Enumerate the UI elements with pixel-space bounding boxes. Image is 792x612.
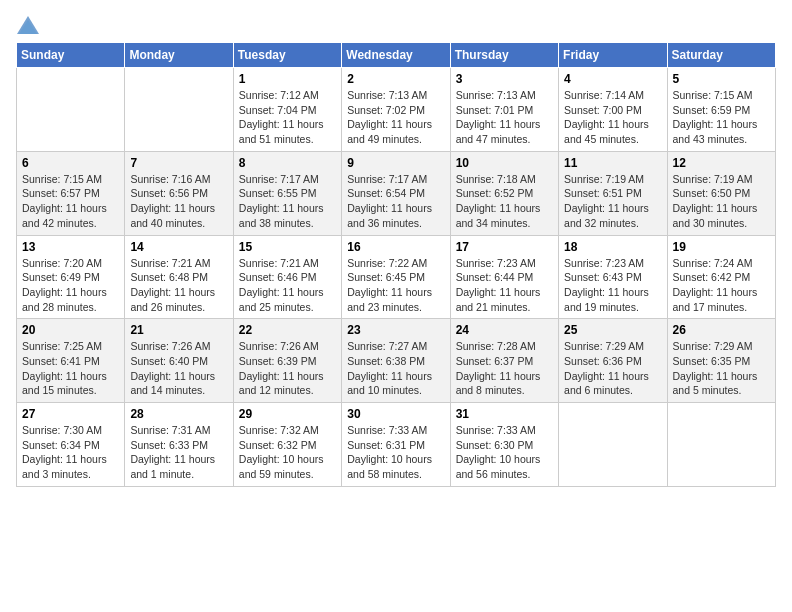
day-info: Sunrise: 7:17 AM Sunset: 6:55 PM Dayligh…: [239, 172, 336, 231]
calendar-cell: 27Sunrise: 7:30 AM Sunset: 6:34 PM Dayli…: [17, 403, 125, 487]
day-number: 7: [130, 156, 227, 170]
calendar-cell: 4Sunrise: 7:14 AM Sunset: 7:00 PM Daylig…: [559, 68, 667, 152]
day-info: Sunrise: 7:25 AM Sunset: 6:41 PM Dayligh…: [22, 339, 119, 398]
day-number: 9: [347, 156, 444, 170]
calendar-cell: 12Sunrise: 7:19 AM Sunset: 6:50 PM Dayli…: [667, 151, 775, 235]
calendar-cell: 17Sunrise: 7:23 AM Sunset: 6:44 PM Dayli…: [450, 235, 558, 319]
day-number: 16: [347, 240, 444, 254]
day-number: 21: [130, 323, 227, 337]
calendar-cell: 11Sunrise: 7:19 AM Sunset: 6:51 PM Dayli…: [559, 151, 667, 235]
day-info: Sunrise: 7:23 AM Sunset: 6:44 PM Dayligh…: [456, 256, 553, 315]
day-number: 28: [130, 407, 227, 421]
calendar-cell: 3Sunrise: 7:13 AM Sunset: 7:01 PM Daylig…: [450, 68, 558, 152]
calendar-cell: 15Sunrise: 7:21 AM Sunset: 6:46 PM Dayli…: [233, 235, 341, 319]
calendar-cell: [559, 403, 667, 487]
calendar-cell: 25Sunrise: 7:29 AM Sunset: 6:36 PM Dayli…: [559, 319, 667, 403]
calendar-cell: 31Sunrise: 7:33 AM Sunset: 6:30 PM Dayli…: [450, 403, 558, 487]
calendar-cell: 10Sunrise: 7:18 AM Sunset: 6:52 PM Dayli…: [450, 151, 558, 235]
day-info: Sunrise: 7:16 AM Sunset: 6:56 PM Dayligh…: [130, 172, 227, 231]
calendar-cell: 22Sunrise: 7:26 AM Sunset: 6:39 PM Dayli…: [233, 319, 341, 403]
calendar-cell: 7Sunrise: 7:16 AM Sunset: 6:56 PM Daylig…: [125, 151, 233, 235]
day-info: Sunrise: 7:29 AM Sunset: 6:35 PM Dayligh…: [673, 339, 770, 398]
calendar-cell: 19Sunrise: 7:24 AM Sunset: 6:42 PM Dayli…: [667, 235, 775, 319]
day-info: Sunrise: 7:14 AM Sunset: 7:00 PM Dayligh…: [564, 88, 661, 147]
calendar-cell: 26Sunrise: 7:29 AM Sunset: 6:35 PM Dayli…: [667, 319, 775, 403]
day-number: 23: [347, 323, 444, 337]
calendar-cell: 2Sunrise: 7:13 AM Sunset: 7:02 PM Daylig…: [342, 68, 450, 152]
day-info: Sunrise: 7:26 AM Sunset: 6:39 PM Dayligh…: [239, 339, 336, 398]
day-number: 2: [347, 72, 444, 86]
day-info: Sunrise: 7:24 AM Sunset: 6:42 PM Dayligh…: [673, 256, 770, 315]
calendar-header-row: SundayMondayTuesdayWednesdayThursdayFrid…: [17, 43, 776, 68]
calendar-cell: 5Sunrise: 7:15 AM Sunset: 6:59 PM Daylig…: [667, 68, 775, 152]
day-number: 20: [22, 323, 119, 337]
calendar-cell: 21Sunrise: 7:26 AM Sunset: 6:40 PM Dayli…: [125, 319, 233, 403]
calendar-cell: 29Sunrise: 7:32 AM Sunset: 6:32 PM Dayli…: [233, 403, 341, 487]
day-info: Sunrise: 7:26 AM Sunset: 6:40 PM Dayligh…: [130, 339, 227, 398]
calendar-cell: 16Sunrise: 7:22 AM Sunset: 6:45 PM Dayli…: [342, 235, 450, 319]
day-number: 18: [564, 240, 661, 254]
page-header: [16, 16, 776, 30]
calendar-cell: 23Sunrise: 7:27 AM Sunset: 6:38 PM Dayli…: [342, 319, 450, 403]
day-info: Sunrise: 7:21 AM Sunset: 6:46 PM Dayligh…: [239, 256, 336, 315]
day-info: Sunrise: 7:17 AM Sunset: 6:54 PM Dayligh…: [347, 172, 444, 231]
day-info: Sunrise: 7:19 AM Sunset: 6:51 PM Dayligh…: [564, 172, 661, 231]
calendar-week-row: 6Sunrise: 7:15 AM Sunset: 6:57 PM Daylig…: [17, 151, 776, 235]
calendar-week-row: 27Sunrise: 7:30 AM Sunset: 6:34 PM Dayli…: [17, 403, 776, 487]
calendar-header-wednesday: Wednesday: [342, 43, 450, 68]
day-number: 4: [564, 72, 661, 86]
calendar-cell: 30Sunrise: 7:33 AM Sunset: 6:31 PM Dayli…: [342, 403, 450, 487]
day-info: Sunrise: 7:28 AM Sunset: 6:37 PM Dayligh…: [456, 339, 553, 398]
day-number: 27: [22, 407, 119, 421]
calendar-cell: 28Sunrise: 7:31 AM Sunset: 6:33 PM Dayli…: [125, 403, 233, 487]
calendar-table: SundayMondayTuesdayWednesdayThursdayFrid…: [16, 42, 776, 487]
day-number: 5: [673, 72, 770, 86]
day-info: Sunrise: 7:19 AM Sunset: 6:50 PM Dayligh…: [673, 172, 770, 231]
day-number: 8: [239, 156, 336, 170]
day-info: Sunrise: 7:15 AM Sunset: 6:59 PM Dayligh…: [673, 88, 770, 147]
day-number: 14: [130, 240, 227, 254]
day-info: Sunrise: 7:15 AM Sunset: 6:57 PM Dayligh…: [22, 172, 119, 231]
calendar-cell: [125, 68, 233, 152]
day-number: 12: [673, 156, 770, 170]
day-number: 30: [347, 407, 444, 421]
day-info: Sunrise: 7:22 AM Sunset: 6:45 PM Dayligh…: [347, 256, 444, 315]
calendar-cell: 6Sunrise: 7:15 AM Sunset: 6:57 PM Daylig…: [17, 151, 125, 235]
calendar-cell: 24Sunrise: 7:28 AM Sunset: 6:37 PM Dayli…: [450, 319, 558, 403]
calendar-cell: 8Sunrise: 7:17 AM Sunset: 6:55 PM Daylig…: [233, 151, 341, 235]
calendar-cell: 1Sunrise: 7:12 AM Sunset: 7:04 PM Daylig…: [233, 68, 341, 152]
calendar-header-saturday: Saturday: [667, 43, 775, 68]
day-number: 1: [239, 72, 336, 86]
calendar-header-tuesday: Tuesday: [233, 43, 341, 68]
calendar-cell: 20Sunrise: 7:25 AM Sunset: 6:41 PM Dayli…: [17, 319, 125, 403]
day-info: Sunrise: 7:30 AM Sunset: 6:34 PM Dayligh…: [22, 423, 119, 482]
day-number: 26: [673, 323, 770, 337]
calendar-header-thursday: Thursday: [450, 43, 558, 68]
calendar-header-monday: Monday: [125, 43, 233, 68]
day-number: 10: [456, 156, 553, 170]
day-number: 13: [22, 240, 119, 254]
calendar-cell: 14Sunrise: 7:21 AM Sunset: 6:48 PM Dayli…: [125, 235, 233, 319]
logo-bird-icon: [17, 16, 39, 34]
day-number: 25: [564, 323, 661, 337]
day-number: 6: [22, 156, 119, 170]
day-info: Sunrise: 7:27 AM Sunset: 6:38 PM Dayligh…: [347, 339, 444, 398]
day-number: 15: [239, 240, 336, 254]
calendar-header-sunday: Sunday: [17, 43, 125, 68]
day-info: Sunrise: 7:23 AM Sunset: 6:43 PM Dayligh…: [564, 256, 661, 315]
day-number: 24: [456, 323, 553, 337]
calendar-cell: [667, 403, 775, 487]
day-info: Sunrise: 7:12 AM Sunset: 7:04 PM Dayligh…: [239, 88, 336, 147]
day-info: Sunrise: 7:21 AM Sunset: 6:48 PM Dayligh…: [130, 256, 227, 315]
day-info: Sunrise: 7:13 AM Sunset: 7:01 PM Dayligh…: [456, 88, 553, 147]
logo: [16, 16, 40, 30]
calendar-cell: [17, 68, 125, 152]
day-info: Sunrise: 7:13 AM Sunset: 7:02 PM Dayligh…: [347, 88, 444, 147]
calendar-week-row: 20Sunrise: 7:25 AM Sunset: 6:41 PM Dayli…: [17, 319, 776, 403]
day-number: 11: [564, 156, 661, 170]
day-number: 19: [673, 240, 770, 254]
calendar-week-row: 1Sunrise: 7:12 AM Sunset: 7:04 PM Daylig…: [17, 68, 776, 152]
day-info: Sunrise: 7:33 AM Sunset: 6:30 PM Dayligh…: [456, 423, 553, 482]
day-number: 17: [456, 240, 553, 254]
day-info: Sunrise: 7:18 AM Sunset: 6:52 PM Dayligh…: [456, 172, 553, 231]
